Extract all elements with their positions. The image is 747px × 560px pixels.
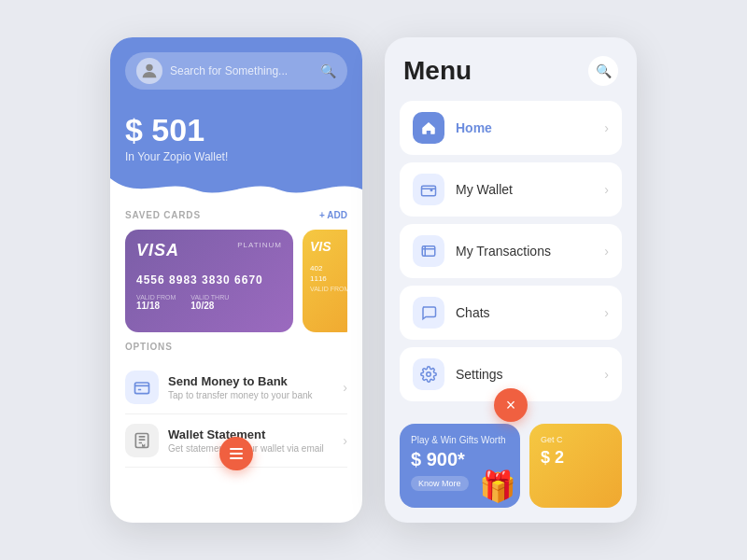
hamburger-button[interactable] (219, 437, 253, 470)
card-dates: VALID FROM 11/18 VALID THRU 10/28 (136, 294, 282, 311)
send-money-subtitle: Tap to transfer money to your bank (168, 390, 343, 400)
svg-rect-4 (422, 186, 436, 196)
wallet-label: My Wallet (456, 182, 604, 197)
promo-blue-title: Play & Win Gifts Worth (411, 435, 509, 445)
menu-search-button[interactable]: 🔍 (588, 56, 618, 86)
gift-icon: 🎁 (479, 469, 516, 504)
settings-label: Settings (456, 367, 604, 382)
right-panel: Menu 🔍 Home › (385, 37, 637, 523)
transactions-arrow-icon: › (604, 244, 609, 259)
add-card-button[interactable]: + ADD (319, 210, 347, 220)
menu-item-wallet[interactable]: My Wallet › (400, 162, 622, 217)
wallet-statement-icon-box (125, 424, 159, 457)
send-money-arrow-icon: › (343, 380, 347, 395)
valid-thru-label: VALID THRU (190, 294, 229, 301)
search-placeholder: Search for Something... (170, 64, 320, 77)
valid-thru-value: 10/28 (190, 301, 229, 311)
svg-rect-1 (135, 383, 149, 394)
promo-blue-amount: $ 900* (411, 449, 509, 470)
send-money-option[interactable]: Send Money to Bank Tap to transfer money… (125, 361, 347, 414)
chats-arrow-icon: › (604, 305, 609, 320)
wallet-statement-title: Wallet Statement (168, 427, 343, 441)
options-title: OPTIONS (125, 342, 173, 352)
balance-label: In Your Zopio Wallet! (125, 150, 347, 163)
balance-amount: $ 501 (125, 112, 347, 148)
visa-card-yellow[interactable]: VIS 4021116VALID FROM (303, 230, 347, 332)
cards-header: SAVED CARDS + ADD (125, 210, 347, 220)
menu-list: Home › My Wallet › (385, 95, 637, 414)
home-label: Home (456, 120, 604, 135)
menu-item-transactions[interactable]: My Transactions › (400, 224, 622, 278)
send-money-title: Send Money to Bank (168, 374, 343, 388)
menu-title: Menu (403, 56, 472, 86)
promo-section: Play & Win Gifts Worth $ 900* Know More … (385, 414, 637, 523)
transactions-icon-box (413, 235, 444, 267)
wallet-statement-arrow-icon: › (343, 433, 347, 448)
card-yellow-brand: VIS (310, 239, 347, 254)
wallet-statement-text: Wallet Statement Get statement of your w… (168, 427, 343, 454)
home-arrow-icon: › (604, 120, 609, 135)
promo-yellow-title: Get C (541, 435, 611, 444)
search-icon: 🔍 (320, 63, 336, 78)
options-section: OPTIONS Send Money to Bank Tap to transf… (110, 332, 362, 523)
balance-section: $ 501 In Your Zopio Wallet! (125, 105, 347, 163)
settings-icon-box (413, 358, 444, 390)
wallet-arrow-icon: › (604, 182, 609, 197)
send-money-icon-box (125, 371, 159, 404)
card-tier-label: PLATINUM (237, 241, 282, 249)
cards-row: VISA PLATINUM 4556 8983 3830 6670 VALID … (125, 230, 347, 332)
menu-item-home[interactable]: Home › (400, 101, 622, 155)
svg-point-6 (427, 372, 431, 377)
card-number: 4556 8983 3830 6670 (136, 273, 282, 287)
menu-header: Menu 🔍 (385, 37, 637, 95)
card-brand-label: VISA (136, 241, 179, 260)
transactions-label: My Transactions (456, 244, 604, 259)
search-bar[interactable]: Search for Something... 🔍 (125, 52, 347, 90)
cards-section: SAVED CARDS + ADD VISA PLATINUM 4556 898… (110, 201, 362, 332)
card-yellow-number: 4021116VALID FROM (310, 263, 347, 295)
valid-from-value: 11/18 (136, 301, 176, 311)
close-menu-button[interactable]: × (494, 388, 528, 422)
svg-rect-5 (422, 246, 435, 257)
home-icon-box (413, 112, 444, 144)
header-section: Search for Something... 🔍 $ 501 In Your … (110, 37, 362, 178)
promo-know-more-button[interactable]: Know More (411, 476, 469, 491)
promo-yellow-card[interactable]: Get C $ 2 (529, 424, 622, 508)
close-icon: × (506, 396, 516, 415)
avatar (136, 58, 162, 84)
send-money-text: Send Money to Bank Tap to transfer money… (168, 374, 343, 400)
promo-yellow-amount: $ 2 (541, 448, 611, 468)
wallet-statement-subtitle: Get statement of your wallet via email (168, 443, 343, 454)
options-header: OPTIONS (125, 342, 347, 352)
menu-item-chats[interactable]: Chats › (400, 286, 622, 340)
valid-from-label: VALID FROM (136, 294, 176, 301)
saved-cards-title: SAVED CARDS (125, 210, 201, 220)
settings-arrow-icon: › (604, 367, 609, 382)
svg-point-0 (146, 64, 152, 71)
chats-label: Chats (456, 305, 604, 320)
visa-card-purple[interactable]: VISA PLATINUM 4556 8983 3830 6670 VALID … (125, 230, 293, 332)
hamburger-icon (230, 448, 243, 459)
svg-rect-2 (138, 389, 141, 391)
chats-icon-box (413, 297, 444, 329)
wallet-icon-box (413, 174, 444, 205)
promo-blue-card[interactable]: Play & Win Gifts Worth $ 900* Know More … (400, 424, 520, 508)
